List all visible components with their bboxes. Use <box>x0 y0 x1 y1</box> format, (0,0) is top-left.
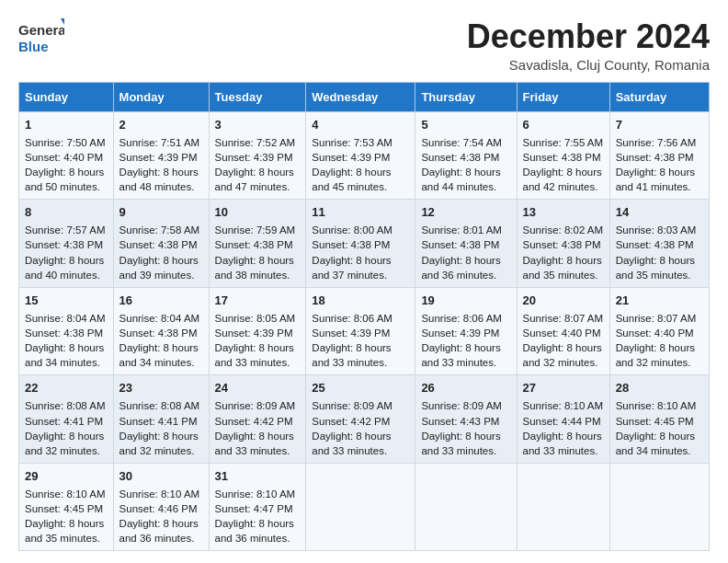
day-number: 1 <box>25 117 108 133</box>
sunset-label: Sunset: 4:45 PM <box>25 503 103 514</box>
sunrise-label: Sunrise: 8:03 AM <box>616 224 697 236</box>
calendar-subtitle: Savadisla, Cluj County, Romania <box>467 57 710 73</box>
sunrise-label: Sunrise: 7:50 AM <box>25 137 106 148</box>
calendar-cell: 14 Sunrise: 8:03 AM Sunset: 4:38 PM Dayl… <box>609 200 709 288</box>
calendar-cell: 28 Sunrise: 8:10 AM Sunset: 4:45 PM Dayl… <box>609 375 709 464</box>
daylight-label: Daylight: 8 hours and 47 minutes. <box>215 167 294 192</box>
sunset-label: Sunset: 4:38 PM <box>421 152 499 163</box>
calendar-cell: 3 Sunrise: 7:52 AM Sunset: 4:39 PM Dayli… <box>209 111 306 200</box>
calendar-cell: 27 Sunrise: 8:10 AM Sunset: 4:44 PM Dayl… <box>517 375 609 464</box>
calendar-cell: 17 Sunrise: 8:05 AM Sunset: 4:39 PM Dayl… <box>209 287 306 375</box>
col-header-sunday: Sunday <box>19 82 114 111</box>
sunset-label: Sunset: 4:39 PM <box>215 327 293 339</box>
daylight-label: Daylight: 8 hours and 35 minutes. <box>523 255 602 281</box>
sunset-label: Sunset: 4:38 PM <box>25 327 103 339</box>
calendar-cell: 9 Sunrise: 7:58 AM Sunset: 4:38 PM Dayli… <box>113 200 209 288</box>
daylight-label: Daylight: 8 hours and 33 minutes. <box>421 431 500 456</box>
sunset-label: Sunset: 4:38 PM <box>421 239 499 250</box>
sunrise-label: Sunrise: 8:10 AM <box>25 488 106 500</box>
calendar-cell: 2 Sunrise: 7:51 AM Sunset: 4:39 PM Dayli… <box>113 111 209 200</box>
col-header-thursday: Thursday <box>415 82 517 111</box>
daylight-label: Daylight: 8 hours and 42 minutes. <box>523 167 602 192</box>
sunset-label: Sunset: 4:39 PM <box>312 152 390 163</box>
calendar-cell: 13 Sunrise: 8:02 AM Sunset: 4:38 PM Dayl… <box>517 200 609 288</box>
col-header-monday: Monday <box>113 82 209 111</box>
daylight-label: Daylight: 8 hours and 50 minutes. <box>25 167 104 192</box>
calendar-week-5: 29 Sunrise: 8:10 AM Sunset: 4:45 PM Dayl… <box>19 463 710 551</box>
calendar-cell <box>415 463 517 551</box>
calendar-cell <box>609 463 709 551</box>
sunset-label: Sunset: 4:39 PM <box>312 327 390 339</box>
sunrise-label: Sunrise: 8:01 AM <box>421 224 502 236</box>
daylight-label: Daylight: 8 hours and 32 minutes. <box>523 342 602 368</box>
sunset-label: Sunset: 4:39 PM <box>215 152 293 163</box>
sunset-label: Sunset: 4:42 PM <box>312 416 390 427</box>
sunrise-label: Sunrise: 8:10 AM <box>523 400 604 411</box>
calendar-title: December 2024 <box>467 18 710 55</box>
daylight-label: Daylight: 8 hours and 45 minutes. <box>312 167 391 192</box>
sunrise-label: Sunrise: 7:54 AM <box>421 137 502 148</box>
day-number: 27 <box>523 380 604 396</box>
sunrise-label: Sunrise: 7:53 AM <box>312 137 392 148</box>
day-number: 23 <box>119 380 203 396</box>
sunrise-label: Sunrise: 8:07 AM <box>616 313 697 324</box>
calendar-cell: 21 Sunrise: 8:07 AM Sunset: 4:40 PM Dayl… <box>609 287 709 375</box>
sunset-label: Sunset: 4:39 PM <box>119 152 198 163</box>
calendar-cell: 7 Sunrise: 7:56 AM Sunset: 4:38 PM Dayli… <box>609 111 709 200</box>
daylight-label: Daylight: 8 hours and 33 minutes. <box>215 431 294 456</box>
day-number: 8 <box>25 204 108 221</box>
sunrise-label: Sunrise: 8:04 AM <box>25 313 106 324</box>
calendar-week-1: 1 Sunrise: 7:50 AM Sunset: 4:40 PM Dayli… <box>19 111 710 200</box>
daylight-label: Daylight: 8 hours and 33 minutes. <box>312 431 391 456</box>
sunset-label: Sunset: 4:41 PM <box>119 416 198 427</box>
col-header-friday: Friday <box>517 82 609 111</box>
day-number: 5 <box>421 117 510 133</box>
day-number: 22 <box>25 380 108 396</box>
calendar-cell: 1 Sunrise: 7:50 AM Sunset: 4:40 PM Dayli… <box>19 111 114 200</box>
daylight-label: Daylight: 8 hours and 35 minutes. <box>616 255 695 281</box>
daylight-label: Daylight: 8 hours and 33 minutes. <box>421 342 500 368</box>
sunset-label: Sunset: 4:38 PM <box>215 239 293 250</box>
daylight-label: Daylight: 8 hours and 32 minutes. <box>616 342 695 368</box>
col-header-tuesday: Tuesday <box>209 82 306 111</box>
sunrise-label: Sunrise: 8:06 AM <box>421 313 502 324</box>
sunset-label: Sunset: 4:38 PM <box>119 327 198 339</box>
calendar-cell <box>306 463 415 551</box>
sunrise-label: Sunrise: 8:10 AM <box>616 400 697 411</box>
sunset-label: Sunset: 4:40 PM <box>616 327 694 339</box>
day-number: 2 <box>119 117 203 133</box>
svg-text:General: General <box>18 22 64 38</box>
sunset-label: Sunset: 4:46 PM <box>119 503 198 514</box>
calendar-cell: 19 Sunrise: 8:06 AM Sunset: 4:39 PM Dayl… <box>415 287 517 375</box>
sunset-label: Sunset: 4:38 PM <box>616 239 694 250</box>
calendar-week-3: 15 Sunrise: 8:04 AM Sunset: 4:38 PM Dayl… <box>19 287 710 375</box>
sunset-label: Sunset: 4:39 PM <box>421 327 499 339</box>
calendar-cell: 4 Sunrise: 7:53 AM Sunset: 4:39 PM Dayli… <box>306 111 415 200</box>
sunrise-label: Sunrise: 8:08 AM <box>119 400 200 411</box>
day-number: 15 <box>25 293 108 309</box>
daylight-label: Daylight: 8 hours and 36 minutes. <box>421 255 500 281</box>
day-number: 11 <box>312 204 409 221</box>
day-number: 28 <box>616 380 703 396</box>
daylight-label: Daylight: 8 hours and 33 minutes. <box>215 342 294 368</box>
sunrise-label: Sunrise: 7:58 AM <box>119 224 200 236</box>
daylight-label: Daylight: 8 hours and 36 minutes. <box>215 518 294 544</box>
day-number: 21 <box>616 293 703 309</box>
sunrise-label: Sunrise: 8:02 AM <box>523 224 604 236</box>
sunrise-label: Sunrise: 7:52 AM <box>215 137 296 148</box>
sunrise-label: Sunrise: 8:10 AM <box>215 488 296 500</box>
daylight-label: Daylight: 8 hours and 32 minutes. <box>119 431 199 456</box>
sunrise-label: Sunrise: 8:09 AM <box>421 400 502 411</box>
sunset-label: Sunset: 4:38 PM <box>25 239 103 250</box>
page-header: General Blue December 2024 Savadisla, Cl… <box>18 18 710 73</box>
sunrise-label: Sunrise: 7:59 AM <box>215 224 296 236</box>
day-number: 14 <box>616 204 703 221</box>
sunset-label: Sunset: 4:38 PM <box>119 239 198 250</box>
sunrise-label: Sunrise: 8:05 AM <box>215 313 296 324</box>
daylight-label: Daylight: 8 hours and 39 minutes. <box>119 255 199 281</box>
day-number: 24 <box>215 380 301 396</box>
calendar-week-2: 8 Sunrise: 7:57 AM Sunset: 4:38 PM Dayli… <box>19 200 710 288</box>
sunrise-label: Sunrise: 7:56 AM <box>616 137 697 148</box>
daylight-label: Daylight: 8 hours and 36 minutes. <box>119 518 199 544</box>
calendar-cell: 29 Sunrise: 8:10 AM Sunset: 4:45 PM Dayl… <box>19 463 114 551</box>
